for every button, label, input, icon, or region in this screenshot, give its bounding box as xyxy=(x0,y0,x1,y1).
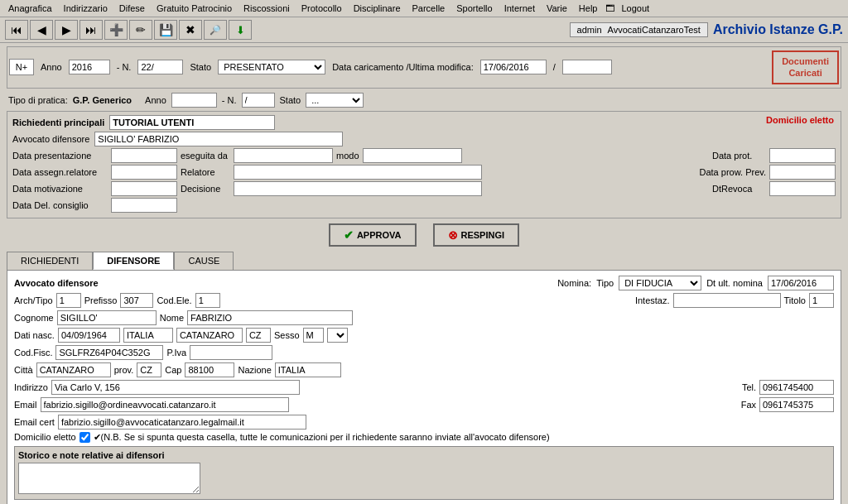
tab-difensore[interactable]: DIFENSORE xyxy=(93,252,174,270)
avv-dif-label: Avvocato difensore xyxy=(14,278,99,288)
menu-difese[interactable]: Difese xyxy=(114,2,150,15)
eseguita-input[interactable] xyxy=(234,148,333,163)
btn-save[interactable]: 💾 xyxy=(154,20,177,40)
menu-anagrafica[interactable]: Anagrafica xyxy=(3,2,57,15)
data-motiv-label: Data motivazione xyxy=(12,184,108,194)
sesso-select[interactable]: ▼ xyxy=(327,328,348,343)
nasc-prov2-input[interactable] xyxy=(246,328,271,343)
btn-cancel[interactable]: ✖ xyxy=(179,20,202,40)
btn-first[interactable]: ⏮ xyxy=(5,20,28,40)
stato-select[interactable]: PRESENTATO xyxy=(218,60,325,74)
btn-edit[interactable]: ✏ xyxy=(129,20,152,40)
btn-export[interactable]: ⬇ xyxy=(229,20,252,40)
modo-label: modo xyxy=(336,151,359,161)
dtrevoca-label: DtRevoca xyxy=(712,184,766,194)
action-buttons: ✔ APPROVA ⊗ RESPINGI xyxy=(7,223,841,247)
fax-input[interactable] xyxy=(759,397,834,412)
relatore-input[interactable] xyxy=(234,165,482,180)
data-del-input[interactable] xyxy=(111,198,177,213)
menu-protocollo[interactable]: Protocollo xyxy=(296,2,347,15)
btn-next[interactable]: ▶ xyxy=(55,20,78,40)
dati-nasc-input[interactable] xyxy=(58,328,120,343)
stato2-select[interactable]: ... xyxy=(306,93,364,108)
tipo-pratica-label: Tipo di pratica: xyxy=(8,95,68,105)
data-prow-input[interactable] xyxy=(769,165,836,180)
nome-input[interactable] xyxy=(187,310,353,325)
email-cert-input[interactable] xyxy=(58,415,306,430)
cod-fisc-label: Cod.Fisc. xyxy=(14,348,52,358)
piva-input[interactable] xyxy=(190,345,272,360)
storico-textarea[interactable] xyxy=(18,463,200,494)
app-title: Archivio Istanze G.P. xyxy=(713,22,843,37)
indirizzo-input[interactable] xyxy=(51,380,300,395)
respingi-label: RESPINGI xyxy=(461,230,505,240)
btn-prev[interactable]: ◀ xyxy=(30,20,53,40)
data-pres-input[interactable] xyxy=(111,148,177,163)
avvocato-input[interactable] xyxy=(94,132,343,146)
menu-gratuito[interactable]: Gratuito Patrocinio xyxy=(152,2,237,15)
prefisso-input[interactable] xyxy=(120,293,153,308)
data-prot-label: Data prot. xyxy=(712,151,766,161)
data-input[interactable] xyxy=(480,60,547,74)
anno-input[interactable] xyxy=(69,60,110,74)
data-assegn-label: Data assegn.relatore xyxy=(12,167,108,177)
citta-label: Città xyxy=(14,365,33,375)
menu-riscossioni[interactable]: Riscossioni xyxy=(238,2,295,15)
piva-label: P.Iva xyxy=(166,348,186,358)
n2-input[interactable] xyxy=(242,93,275,108)
menu-parcelle[interactable]: Parcelle xyxy=(407,2,450,15)
tipo-select[interactable]: DI FIDUCIA xyxy=(619,276,701,290)
arch-input[interactable] xyxy=(56,293,81,308)
tel-input[interactable] xyxy=(759,380,834,395)
avvocato-label: Avvocato difensore xyxy=(12,134,89,144)
tab-cause[interactable]: CAUSE xyxy=(174,252,234,270)
btn-approva[interactable]: ✔ APPROVA xyxy=(329,223,417,247)
cap-input[interactable] xyxy=(185,362,234,377)
btn-respingi[interactable]: ⊗ RESPINGI xyxy=(433,223,520,247)
sesso-input[interactable] xyxy=(303,328,324,343)
menu-sportello[interactable]: Sportello xyxy=(451,2,497,15)
data-input2[interactable] xyxy=(562,60,612,74)
reject-icon: ⊗ xyxy=(448,228,458,242)
nome-label: Nome xyxy=(160,313,184,323)
data-del-label: Data Del. consiglio xyxy=(12,200,108,210)
fax-label: Fax xyxy=(741,400,756,410)
dt-nomina-input[interactable] xyxy=(768,276,834,290)
email-input[interactable] xyxy=(41,397,289,412)
menu-varie[interactable]: Varie xyxy=(542,2,572,15)
citta-input[interactable] xyxy=(36,362,111,377)
data-motiv-input[interactable] xyxy=(111,181,177,196)
domicilio-eletto-check-label: Domicilio eletto xyxy=(14,432,76,442)
menu-indirizzario[interactable]: Indirizzario xyxy=(59,2,113,15)
cognome-input[interactable] xyxy=(57,310,157,325)
nasc-citta-input[interactable] xyxy=(123,328,173,343)
data-assegn-input[interactable] xyxy=(111,165,177,180)
menu-help[interactable]: Help xyxy=(574,2,603,15)
prov-input[interactable] xyxy=(137,362,161,377)
anno2-input[interactable] xyxy=(171,93,217,108)
domicilio-eletto-checkbox[interactable] xyxy=(80,432,90,443)
btn-n-plus[interactable]: N+ xyxy=(9,59,34,75)
richiedenti-input[interactable] xyxy=(109,115,275,130)
data-prot-input[interactable] xyxy=(769,148,836,163)
titolo-input[interactable] xyxy=(809,293,834,308)
btn-documenti[interactable]: Documenti Caricati xyxy=(772,50,839,84)
btn-search[interactable]: 🔎 xyxy=(204,20,227,40)
nazione-input[interactable] xyxy=(275,362,341,377)
tab-richiedenti[interactable]: RICHIEDENTI xyxy=(7,252,93,270)
storico-label: Storico e note relative ai difensori xyxy=(18,450,830,460)
modo-input[interactable] xyxy=(363,148,462,163)
cod-ele-input[interactable] xyxy=(195,293,220,308)
dtrevoca-input[interactable] xyxy=(769,181,836,196)
btn-last[interactable]: ⏭ xyxy=(80,20,103,40)
n-input[interactable] xyxy=(137,60,183,74)
relatore-label: Relatore xyxy=(181,167,230,177)
nasc-prov-input[interactable] xyxy=(176,328,243,343)
menu-disciplinare[interactable]: Disciplinare xyxy=(349,2,406,15)
cod-fisc-input[interactable] xyxy=(55,345,163,360)
menu-logout[interactable]: Logout xyxy=(616,2,654,15)
decisione-input[interactable] xyxy=(234,181,482,196)
btn-add[interactable]: ➕ xyxy=(104,20,128,40)
menu-internet[interactable]: Internet xyxy=(499,2,540,15)
intestaz-input[interactable] xyxy=(673,293,781,308)
